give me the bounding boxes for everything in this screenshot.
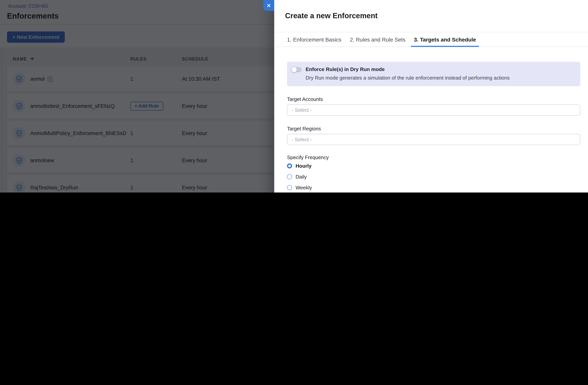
modal-title: Create a new Enforcement: [285, 12, 378, 20]
toggle-knob: [291, 67, 297, 73]
dry-run-text: Enforce Rule(s) in Dry Run mode Dry Run …: [306, 66, 510, 82]
target-accounts-label: Target Accounts: [287, 96, 580, 102]
radio-selected-icon: [287, 163, 292, 168]
frequency-option-label: Hourly: [295, 163, 312, 169]
frequency-option-hourly[interactable]: Hourly: [287, 161, 580, 171]
tab-enforcement-basics[interactable]: 1. Enforcement Basics: [284, 32, 344, 46]
radio-icon: [287, 174, 292, 179]
frequency-option-label: Daily: [295, 174, 307, 180]
modal-body: Enforce Rule(s) in Dry Run mode Dry Run …: [287, 47, 580, 192]
target-regions-select[interactable]: - Select -: [287, 134, 580, 145]
frequency-option-label: Weekly: [295, 185, 312, 191]
app-window: Account: CCM-NG Enforcements + New Enfor…: [0, 0, 588, 192]
specify-frequency-label: Specify Frequency: [287, 155, 580, 160]
target-regions-label: Target Regions: [287, 126, 580, 132]
tab-targets-and-schedule[interactable]: 3. Targets and Schedule: [411, 32, 479, 46]
frequency-option-weekly[interactable]: Weekly: [287, 182, 580, 192]
dry-run-banner: Enforce Rule(s) in Dry Run mode Dry Run …: [287, 62, 580, 86]
tab-rules-and-rule-sets[interactable]: 2. Rules and Rule Sets: [347, 32, 408, 46]
radio-icon: [287, 185, 292, 190]
close-icon[interactable]: ✕: [263, 0, 274, 11]
modal-tab-bar: 1. Enforcement Basics 2. Rules and Rule …: [274, 32, 588, 47]
target-accounts-select[interactable]: - Select -: [287, 104, 580, 116]
dry-run-description: Dry Run mode generates a simulation of t…: [306, 74, 510, 82]
dry-run-toggle[interactable]: [292, 67, 302, 72]
frequency-option-daily[interactable]: Daily: [287, 172, 580, 182]
create-enforcement-panel: ✕ Create a new Enforcement 1. Enforcemen…: [274, 0, 588, 192]
dry-run-title: Enforce Rule(s) in Dry Run mode: [306, 66, 510, 73]
